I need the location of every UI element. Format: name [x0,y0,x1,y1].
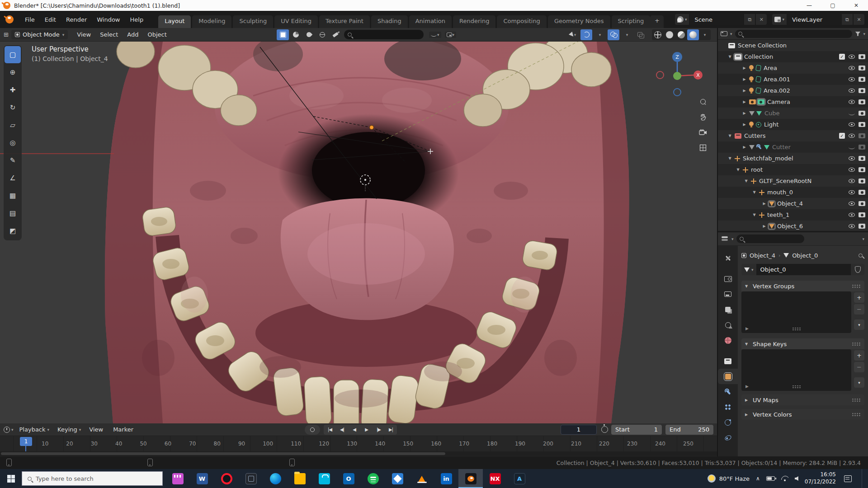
hide-viewport-eye-icon[interactable] [849,168,855,172]
workspace-tab[interactable]: Scripting [612,15,651,28]
taskbar-app[interactable]: NX [483,469,507,488]
panel-grip-icon[interactable] [852,284,861,288]
expand-arrow-icon[interactable]: ▶ [741,66,747,70]
camera-view-icon[interactable] [698,127,708,137]
panel-grip-icon[interactable] [852,413,861,417]
clip-region-dropdown[interactable]: ▾ [445,32,457,38]
scene-name-field[interactable]: Scene [690,14,743,25]
timeline-menu-item[interactable]: View [85,425,109,434]
outliner-row[interactable]: ▶ Area [718,62,868,74]
shape-key-specials-button[interactable]: ▾ [854,377,864,388]
pin-icon[interactable] [859,253,863,258]
maximize-button[interactable]: ▢ [821,0,844,11]
close-button[interactable]: ✕ [844,0,868,11]
transport-button[interactable]: ▶| [385,425,397,435]
navigation-gizmo[interactable]: Z X [651,47,705,97]
uv-maps-panel-header[interactable]: ▶ UV Maps [741,394,864,405]
expand-arrow-icon[interactable]: ▼ [743,179,749,183]
pan-hand-icon[interactable] [698,112,708,122]
outliner-row[interactable]: ▼ Sketchfab_model [718,153,868,164]
add-shape-key-button[interactable]: + [854,350,864,361]
timeline-menu-item[interactable]: Marker [109,425,139,434]
weather-widget[interactable]: 80°F Haze [708,474,750,483]
workspace-tab[interactable]: Shading [371,15,408,28]
expand-arrow-icon[interactable]: ▶ [741,111,747,115]
menu-item[interactable]: Help [125,14,149,25]
vertex-colors-panel-header[interactable]: ▶ Vertex Colors [741,409,864,420]
outliner-row[interactable]: ▼ Cutters [718,130,868,141]
properties-tab[interactable] [718,302,738,317]
viewlayer-remove-button[interactable]: ✕ [854,14,864,25]
outliner-row[interactable]: ▼ teeth_1 [718,209,868,221]
scene-browse-button[interactable]: ▾ [675,14,689,25]
shading-material-button[interactable] [675,29,687,40]
taskbar-app[interactable] [410,469,434,488]
list-resize-grip[interactable] [792,327,801,331]
transport-button[interactable]: ◀ [348,425,360,435]
properties-search-input[interactable] [736,235,804,243]
properties-editor-icon[interactable] [722,236,729,242]
shading-wireframe-button[interactable] [652,29,664,40]
tool-button[interactable]: ✚ [5,81,21,99]
world-globe-button[interactable] [316,29,328,40]
use-preview-range-icon[interactable] [601,426,608,433]
menu-item[interactable]: Edit [40,14,61,25]
list-expand-icon[interactable]: ▶ [745,326,749,331]
disable-render-camera-icon[interactable] [859,178,865,183]
tool-button[interactable]: ◎ [5,134,21,151]
expand-arrow-icon[interactable]: ▶ [761,224,767,228]
volume-icon[interactable] [795,476,798,481]
toggle-ortho-icon[interactable] [698,143,708,153]
gizmos-dropdown[interactable]: ▾ [594,29,606,40]
outliner-row[interactable]: ▶ Light [718,119,868,130]
hide-viewport-eye-icon[interactable] [849,89,855,93]
outliner-row[interactable]: ▼ root [718,164,868,175]
breadcrumb-object[interactable]: Object_4 [750,252,775,259]
taskbar-app[interactable] [214,469,239,488]
auto-keying-button[interactable] [305,425,320,435]
xray-toggle[interactable] [635,29,646,40]
shading-dropdown[interactable]: ▾ [699,29,711,40]
outliner-editor-icon[interactable] [721,31,727,36]
transport-button[interactable]: |◀ [324,425,336,435]
panel-grip-icon[interactable] [852,398,861,402]
workspace-tab[interactable]: Modeling [192,15,231,28]
expand-arrow-icon[interactable]: ▶ [741,89,747,93]
viewlayer-name-field[interactable]: ViewLayer [788,14,841,25]
taskbar-app[interactable] [165,469,190,488]
expand-arrow-icon[interactable]: ▼ [727,156,733,160]
show-desktop-strip[interactable] [862,469,863,488]
editor-type-icon[interactable]: ⊞ [4,31,9,38]
tray-expand-icon[interactable]: ∧ [756,475,760,482]
disable-render-camera-icon[interactable] [859,133,865,138]
transport-button[interactable]: ▶ [360,425,373,435]
disable-render-camera-icon[interactable] [859,224,865,229]
expand-arrow-icon[interactable]: ▼ [751,213,757,217]
properties-tab[interactable] [718,353,738,369]
taskbar-clock[interactable]: 16:05 07/12/2022 [805,471,836,485]
disable-render-camera-icon[interactable] [859,145,865,150]
brush-button[interactable] [329,29,341,40]
outliner-row[interactable]: ▶ Cube [718,108,868,119]
outliner-row[interactable]: ▼ Collection [718,51,868,62]
taskbar-app[interactable]: A [507,469,532,488]
mesh-name-field[interactable]: Object_0 [756,264,851,275]
taskbar-search-input[interactable]: Type here to search [22,471,163,486]
blender-menu-logo-icon[interactable] [5,15,14,23]
expand-arrow-icon[interactable]: ▼ [751,190,757,194]
expand-arrow-icon[interactable]: ▶ [741,145,747,149]
timeline-menu-item[interactable]: Keying▾ [53,425,85,434]
timeline-editor-icon[interactable] [4,427,10,433]
scene-unlink-button[interactable]: ✕ [756,14,767,25]
properties-tab[interactable] [718,399,738,415]
timeline-ruler[interactable]: 1020304050607080901001101201301401501601… [0,436,717,451]
hide-viewport-eye-icon[interactable] [849,100,855,104]
taskbar-app[interactable] [312,469,336,488]
exclude-checkbox[interactable] [839,54,845,60]
vertex-group-specials-button[interactable]: ▾ [854,319,864,330]
panel-grip-icon[interactable] [852,342,861,346]
action-center-icon[interactable] [844,475,852,482]
workspace-tab[interactable]: Geometry Nodes [548,15,610,28]
viewport-menu-item[interactable]: View [72,30,95,39]
scene-new-button[interactable]: ⧉ [744,14,755,25]
